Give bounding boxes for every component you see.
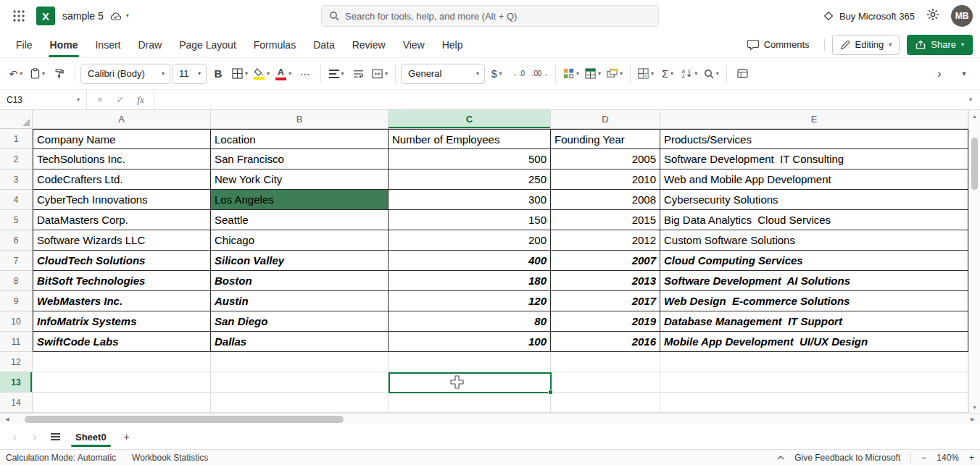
- expand-formula-bar-button[interactable]: ▾: [961, 90, 980, 109]
- cell-D7[interactable]: 2007: [551, 251, 660, 271]
- cell-E2[interactable]: Software Development IT Consulting: [660, 149, 968, 169]
- ribbon-layout-button[interactable]: [732, 63, 752, 85]
- cell-D2[interactable]: 2005: [551, 149, 660, 169]
- cell-C9[interactable]: 120: [389, 291, 551, 311]
- paste-button[interactable]: ▾: [28, 63, 48, 85]
- decrease-decimal-button[interactable]: .00→: [530, 63, 550, 85]
- cell-A9[interactable]: WebMasters Inc.: [33, 291, 211, 311]
- row-header-8[interactable]: 8: [0, 271, 33, 291]
- cell-C13[interactable]: [389, 372, 551, 393]
- cell-B8[interactable]: Boston: [211, 271, 389, 291]
- scroll-left-icon[interactable]: ◀: [0, 416, 14, 422]
- editing-mode-button[interactable]: Editing ▾: [832, 35, 900, 55]
- cell-B4[interactable]: Los Angeles: [211, 190, 389, 210]
- merge-center-button[interactable]: ▾: [370, 63, 390, 85]
- fill-color-button[interactable]: ▾: [252, 63, 272, 85]
- cell-C1[interactable]: Number of Employees: [389, 129, 551, 149]
- cell-C8[interactable]: 180: [389, 271, 551, 291]
- file-menu-chevron-icon[interactable]: ▾: [126, 13, 129, 19]
- format-painter-button[interactable]: [49, 63, 70, 85]
- horizontal-scroll-thumb[interactable]: [25, 416, 344, 423]
- sort-filter-button[interactable]: AZ ▾: [679, 63, 699, 85]
- row-header-4[interactable]: 4: [0, 190, 33, 210]
- cell-C2[interactable]: 500: [389, 149, 551, 169]
- cell-D10[interactable]: 2019: [551, 311, 660, 332]
- row-header-7[interactable]: 7: [0, 251, 33, 271]
- borders-button[interactable]: ▾: [230, 63, 250, 85]
- cell-D8[interactable]: 2013: [551, 271, 660, 291]
- app-launcher-button[interactable]: [7, 4, 30, 28]
- col-header-A[interactable]: A: [33, 110, 211, 128]
- cell-C6[interactable]: 200: [389, 230, 551, 251]
- wrap-text-button[interactable]: [348, 63, 368, 85]
- sheet-tab-sheet0[interactable]: Sheet0: [65, 424, 117, 449]
- row-header-2[interactable]: 2: [0, 149, 33, 169]
- tab-data[interactable]: Data: [304, 32, 344, 57]
- cell-B2[interactable]: San Francisco: [211, 149, 389, 169]
- cells-format-button[interactable]: ▾: [636, 63, 656, 85]
- cell-B5[interactable]: Seattle: [211, 210, 389, 230]
- cell-D3[interactable]: 2010: [551, 169, 660, 190]
- find-button[interactable]: ▾: [701, 63, 721, 85]
- currency-format-button[interactable]: $▾: [486, 63, 507, 85]
- cell-E14[interactable]: [660, 393, 968, 413]
- cell-A4[interactable]: CyberTech Innovations: [33, 190, 211, 210]
- col-header-B[interactable]: B: [211, 110, 389, 128]
- cell-E8[interactable]: Software Development AI Solutions: [660, 271, 968, 291]
- cell-D4[interactable]: 2008: [551, 190, 660, 210]
- col-header-E[interactable]: E: [660, 110, 968, 128]
- feedback-button[interactable]: Give Feedback to Microsoft: [794, 453, 900, 463]
- cell-E5[interactable]: Big Data Analytics Cloud Services: [660, 210, 968, 230]
- tab-draw[interactable]: Draw: [129, 32, 170, 57]
- row-header-14[interactable]: 14: [0, 393, 33, 413]
- cell-E6[interactable]: Custom Software Solutions: [660, 230, 968, 251]
- vertical-scrollbar[interactable]: ▲ ▼: [968, 110, 980, 413]
- status-expand-button[interactable]: [777, 456, 784, 460]
- prev-sheet-button[interactable]: ‹: [4, 424, 25, 449]
- cell-A12[interactable]: [33, 352, 211, 372]
- tab-insert[interactable]: Insert: [86, 32, 129, 57]
- settings-button[interactable]: [926, 8, 939, 24]
- cell-styles-button[interactable]: ▾: [605, 63, 625, 85]
- increase-decimal-button[interactable]: ←.0: [508, 63, 528, 85]
- add-sheet-button[interactable]: +: [117, 424, 137, 449]
- cell-A8[interactable]: BitSoft Technologies: [33, 271, 211, 291]
- cell-C12[interactable]: [389, 352, 551, 372]
- scroll-up-icon[interactable]: ▲: [969, 110, 980, 122]
- row-header-12[interactable]: 12: [0, 352, 33, 372]
- cell-C10[interactable]: 80: [389, 311, 551, 332]
- scroll-down-icon[interactable]: ▼: [969, 401, 980, 413]
- tab-review[interactable]: Review: [344, 32, 394, 57]
- tab-file[interactable]: File: [7, 32, 41, 57]
- cancel-entry-button[interactable]: ×: [91, 92, 109, 108]
- cell-E7[interactable]: Cloud Computing Services: [660, 251, 968, 271]
- ribbon-overflow-button[interactable]: ›: [929, 63, 950, 85]
- comments-button[interactable]: Comments: [740, 35, 817, 55]
- horizontal-scrollbar[interactable]: ◀ ▶: [0, 413, 980, 424]
- cell-B9[interactable]: Austin: [211, 291, 389, 311]
- select-all-corner[interactable]: [0, 110, 33, 128]
- autosum-button[interactable]: Σ▾: [657, 63, 678, 85]
- horizontal-scroll-track[interactable]: [14, 414, 966, 424]
- cell-D12[interactable]: [551, 352, 660, 372]
- cell-E11[interactable]: Mobile App Development UI/UX Design: [660, 332, 968, 352]
- cell-C5[interactable]: 150: [389, 210, 551, 230]
- cell-A6[interactable]: Software Wizards LLC: [33, 230, 211, 251]
- workbook-statistics-button[interactable]: Workbook Statistics: [132, 453, 208, 463]
- account-avatar[interactable]: MB: [951, 5, 973, 27]
- scroll-right-icon[interactable]: ▶: [966, 416, 980, 422]
- cell-B3[interactable]: New York City: [211, 169, 389, 190]
- share-button[interactable]: Share ▾: [907, 35, 973, 55]
- file-name[interactable]: sample 5: [62, 10, 104, 22]
- search-input[interactable]: [345, 11, 651, 22]
- name-box[interactable]: C13 ▾: [0, 90, 87, 109]
- font-name-select[interactable]: Calibri (Body) ▾: [80, 64, 170, 84]
- cell-C7[interactable]: 400: [389, 251, 551, 271]
- font-size-select[interactable]: 11 ▾: [172, 64, 207, 84]
- cell-D11[interactable]: 2016: [551, 332, 660, 352]
- row-header-11[interactable]: 11: [0, 332, 33, 352]
- cell-C4[interactable]: 300: [389, 190, 551, 210]
- tab-formulas[interactable]: Formulas: [245, 32, 304, 57]
- insert-function-button[interactable]: fx: [132, 92, 149, 108]
- row-header-6[interactable]: 6: [0, 230, 33, 251]
